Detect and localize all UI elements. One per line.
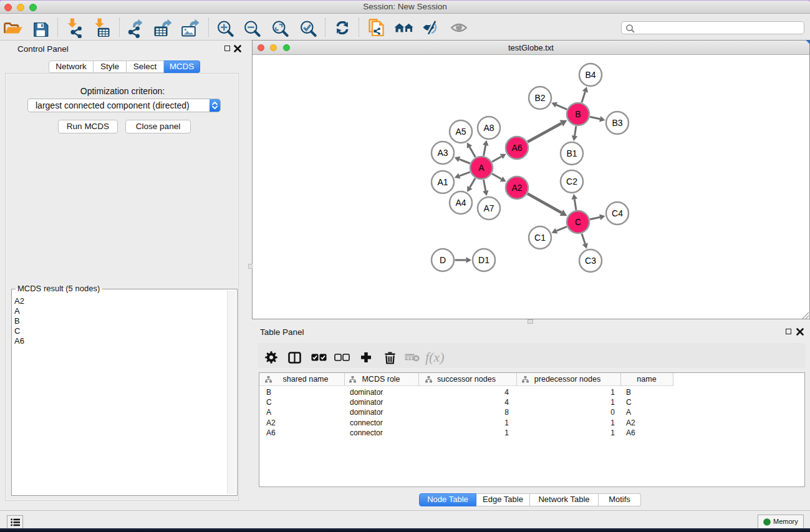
svg-text:A8: A8 [483,123,494,133]
svg-text:A7: A7 [483,203,494,213]
svg-text:D: D [440,255,446,265]
svg-text:A1: A1 [437,177,448,187]
svg-text:B4: B4 [585,70,595,80]
svg-text:C: C [575,217,581,227]
svg-text:A5: A5 [455,127,466,137]
svg-text:B1: B1 [566,148,577,158]
svg-text:A3: A3 [437,148,448,158]
svg-text:C4: C4 [612,208,623,218]
svg-text:A4: A4 [455,198,466,208]
svg-text:B: B [575,109,581,119]
svg-text:D1: D1 [478,255,489,265]
svg-text:B3: B3 [612,118,622,128]
svg-text:B2: B2 [534,93,545,103]
svg-text:A6: A6 [511,143,522,153]
svg-text:C2: C2 [566,177,577,186]
svg-text:C1: C1 [534,233,546,243]
svg-text:A: A [478,163,485,173]
svg-text:C3: C3 [585,256,596,266]
svg-text:A2: A2 [511,183,522,193]
